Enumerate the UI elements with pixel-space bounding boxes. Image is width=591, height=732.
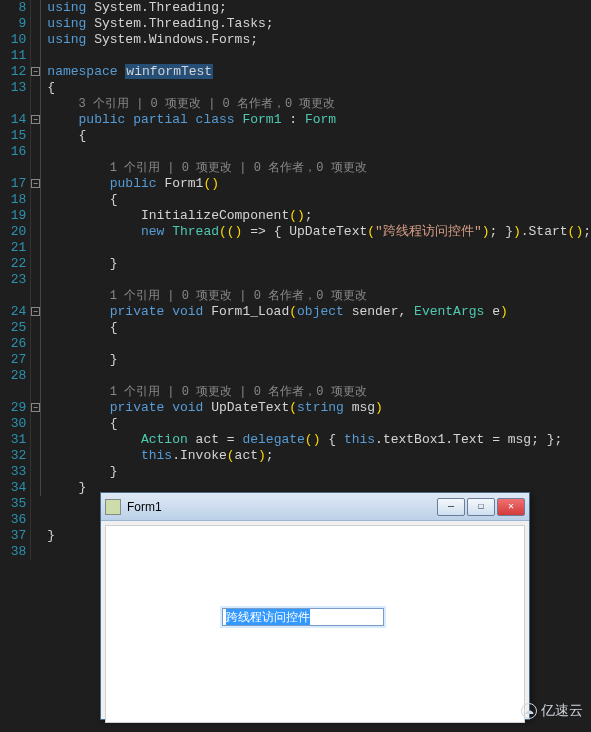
code-area[interactable]: using System.Threading; using System.Thr… — [40, 0, 591, 496]
fold-toggle[interactable]: − — [31, 307, 40, 316]
line-number: 22 — [0, 256, 26, 272]
fold-toggle[interactable]: − — [31, 115, 40, 124]
line-number: 30 — [0, 416, 26, 432]
line-number: 26 — [0, 336, 26, 352]
app-icon — [105, 499, 121, 515]
line-number: 28 — [0, 368, 26, 384]
codelens[interactable]: 1 个引用 | 0 项更改 | 0 名作者，0 项更改 — [110, 161, 367, 175]
line-number: 24 — [0, 304, 26, 320]
line-number: 32 — [0, 448, 26, 464]
line-number: 17 — [0, 176, 26, 192]
cloud-icon: ☁ — [521, 703, 537, 719]
fold-toggle[interactable]: − — [31, 403, 40, 412]
codelens[interactable]: 1 个引用 | 0 项更改 | 0 名作者，0 项更改 — [110, 385, 367, 399]
line-number: 27 — [0, 352, 26, 368]
form1-window[interactable]: Form1 — ☐ ✕ — [100, 492, 530, 720]
codelens[interactable]: 1 个引用 | 0 项更改 | 0 名作者，0 项更改 — [110, 289, 367, 303]
line-number: 8 — [0, 0, 26, 16]
line-number: 23 — [0, 272, 26, 288]
line-number: 38 — [0, 544, 26, 560]
line-number: 14 — [0, 112, 26, 128]
close-button[interactable]: ✕ — [497, 498, 525, 516]
fold-toggle[interactable]: − — [31, 179, 40, 188]
textbox1[interactable] — [222, 608, 384, 626]
fold-toggle[interactable]: − — [31, 67, 40, 76]
maximize-button[interactable]: ☐ — [467, 498, 495, 516]
line-number: 25 — [0, 320, 26, 336]
line-number: 18 — [0, 192, 26, 208]
line-number: 33 — [0, 464, 26, 480]
line-number: 35 — [0, 496, 26, 512]
minimize-button[interactable]: — — [437, 498, 465, 516]
window-title: Form1 — [127, 500, 437, 514]
line-number-gutter: 8 9 10 11 12 13 14 15 16 17 18 19 20 21 … — [0, 0, 30, 496]
titlebar[interactable]: Form1 — ☐ ✕ — [101, 493, 529, 521]
line-number: 37 — [0, 528, 26, 544]
line-number: 9 — [0, 16, 26, 32]
line-number: 11 — [0, 48, 26, 64]
codelens[interactable]: 3 个引用 | 0 项更改 | 0 名作者，0 项更改 — [79, 97, 336, 111]
watermark: ☁ 亿速云 — [521, 702, 583, 720]
line-number: 10 — [0, 32, 26, 48]
line-number: 19 — [0, 208, 26, 224]
line-number: 21 — [0, 240, 26, 256]
code-editor: 8 9 10 11 12 13 14 15 16 17 18 19 20 21 … — [0, 0, 591, 496]
namespace-selected: winformTest — [125, 64, 213, 79]
line-number: 15 — [0, 128, 26, 144]
line-number: 13 — [0, 80, 26, 96]
line-number: 20 — [0, 224, 26, 240]
line-number: 12 — [0, 64, 26, 80]
line-number: 34 — [0, 480, 26, 496]
line-number: 31 — [0, 432, 26, 448]
form-client-area — [105, 525, 525, 723]
line-number: 29 — [0, 400, 26, 416]
line-number: 36 — [0, 512, 26, 528]
line-number: 16 — [0, 144, 26, 160]
fold-column: − − − − − — [30, 0, 40, 496]
